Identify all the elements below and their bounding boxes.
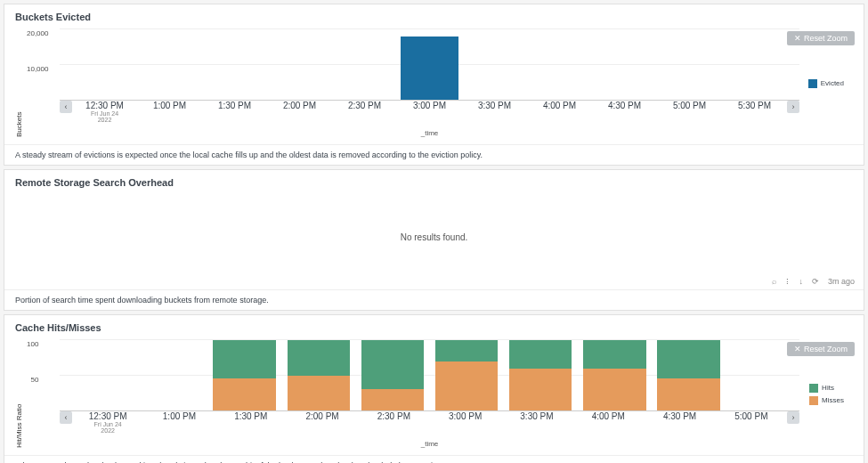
legend-swatch: [808, 79, 817, 88]
x-tick: 3:00 PM: [413, 101, 446, 110]
legend-item[interactable]: Hits: [809, 384, 844, 393]
x-tick: 4:00 PM: [543, 101, 576, 110]
panel-cache-hits-misses: Cache Hits/Misses ✕ Reset Zoom Hit/Miss …: [4, 314, 864, 463]
refresh-icon[interactable]: ⟳: [812, 277, 819, 286]
bar[interactable]: [509, 340, 572, 410]
bar[interactable]: [288, 340, 351, 410]
legend: Evicted: [808, 79, 844, 88]
pager-left-button[interactable]: ‹: [60, 411, 72, 424]
panel-body: No results found. ⌕ ⫶ ↓ ⟳ 3m ago: [4, 191, 864, 289]
chart-plot-area[interactable]: [60, 29, 799, 101]
x-tick: 3:30 PM: [478, 101, 511, 110]
panel-toolbar: ⌕ ⫶ ↓ ⟳ 3m ago: [772, 277, 855, 286]
y-axis: 10050: [27, 340, 44, 411]
panel-remote-storage-overhead: Remote Storage Search Overhead No result…: [4, 169, 864, 311]
panel-title: Buckets Evicted: [4, 4, 864, 26]
x-tick: 3:00 PM: [449, 411, 482, 421]
legend-label: Misses: [822, 396, 844, 404]
bar[interactable]: [213, 340, 276, 410]
y-tick: 50: [30, 376, 38, 411]
x-tick: 4:30 PM: [663, 411, 696, 421]
legend: HitsMisses: [809, 384, 844, 405]
pager-right-button[interactable]: ›: [787, 411, 799, 424]
y-axis: 20,00010,000: [27, 29, 53, 101]
legend-swatch: [809, 384, 818, 393]
panel-title: Cache Hits/Misses: [4, 315, 864, 337]
x-tick: 1:00 PM: [153, 101, 186, 110]
panel-title: Remote Storage Search Overhead: [4, 170, 864, 191]
x-tick: 4:30 PM: [608, 101, 641, 110]
legend-label: Evicted: [821, 79, 844, 87]
legend-swatch: [809, 396, 818, 405]
x-axis: 12:30 PMFri Jun 2420221:00 PM1:30 PM2:00…: [72, 411, 787, 438]
pager-left-button[interactable]: ‹: [60, 101, 72, 113]
legend-item[interactable]: Evicted: [808, 79, 844, 88]
search-icon[interactable]: ⌕: [772, 277, 776, 286]
chart-plot-area[interactable]: [60, 340, 799, 411]
x-tick: 5:00 PM: [734, 411, 767, 421]
bar[interactable]: [401, 37, 458, 100]
refresh-age: 3m ago: [828, 277, 855, 286]
export-icon[interactable]: ↓: [799, 277, 803, 286]
x-axis: 12:30 PMFri Jun 2420221:00 PM1:30 PM2:00…: [72, 101, 787, 127]
y-tick: 100: [27, 340, 38, 376]
bar[interactable]: [583, 340, 646, 410]
x-tick: 1:00 PM: [163, 411, 196, 421]
x-tick: 5:30 PM: [738, 101, 771, 110]
y-axis-label: Buckets: [15, 29, 23, 137]
bar[interactable]: [657, 340, 720, 410]
pager-right-button[interactable]: ›: [787, 101, 799, 113]
y-tick: 20,000: [27, 29, 48, 65]
legend-label: Hits: [822, 384, 834, 392]
panel-caption: When a search needs a bucket and it's al…: [4, 455, 864, 463]
bar[interactable]: [361, 340, 425, 410]
x-tick: 3:30 PM: [520, 411, 553, 421]
y-axis-label: Hit/Miss Ratio: [15, 340, 23, 448]
panel-buckets-evicted: Buckets Evicted ✕ Reset Zoom Buckets 20,…: [4, 4, 864, 166]
bar[interactable]: [435, 340, 499, 410]
x-axis-label: _time: [60, 440, 799, 448]
x-tick: 4:00 PM: [592, 411, 625, 421]
panel-caption: A steady stream of evictions is expected…: [4, 144, 864, 165]
x-tick: 2:00 PM: [283, 101, 316, 110]
legend-item[interactable]: Misses: [809, 396, 844, 405]
x-tick: 1:30 PM: [218, 101, 251, 110]
x-axis-label: _time: [60, 129, 799, 137]
x-tick: 5:00 PM: [673, 101, 706, 110]
x-tick: 2:30 PM: [348, 101, 381, 110]
x-tick: 12:30 PMFri Jun 242022: [89, 411, 127, 434]
panel-body: ✕ Reset Zoom Buckets 20,00010,000 ‹ 12:3…: [4, 26, 864, 144]
y-tick: 10,000: [27, 65, 48, 101]
select-icon[interactable]: ⫶: [785, 277, 790, 286]
panel-caption: Portion of search time spent downloading…: [4, 289, 864, 310]
x-tick: 2:00 PM: [305, 411, 338, 421]
x-tick: 2:30 PM: [377, 411, 410, 421]
empty-state: No results found.: [15, 195, 853, 280]
x-tick: 12:30 PMFri Jun 242022: [85, 101, 124, 123]
x-tick: 1:30 PM: [234, 411, 267, 421]
panel-body: ✕ Reset Zoom Hit/Miss Ratio 10050 ‹ 12:3…: [4, 337, 864, 455]
